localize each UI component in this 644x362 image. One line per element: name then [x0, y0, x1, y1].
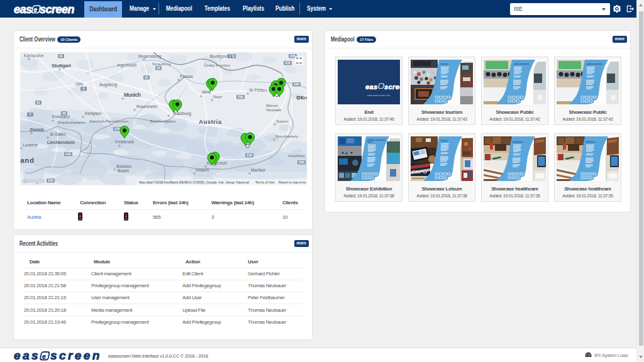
svg-text:Lucerne: Lucerne — [23, 143, 38, 147]
svg-text:St Gallen: St Gallen — [50, 132, 66, 136]
svg-text:eas: eas — [365, 83, 378, 90]
svg-text:public authorities: public authorities — [514, 63, 530, 65]
svg-text:Karlsruhe: Karlsruhe — [24, 53, 43, 58]
svg-text:Keszthely: Keszthely — [288, 154, 305, 158]
svg-text:e: e — [34, 6, 38, 13]
svg-text:Straubing: Straubing — [152, 62, 170, 66]
svg-text:E35: E35 — [48, 179, 53, 182]
svg-text:Budějovice: Budějovice — [210, 54, 233, 59]
svg-text:Terms of Use: Terms of Use — [255, 180, 275, 184]
svg-text:Maribor: Maribor — [251, 168, 266, 172]
svg-text:81: 81 — [59, 55, 63, 58]
svg-text:CKPO: CKPO — [411, 169, 427, 175]
svg-text:Berchtesgaden: Berchtesgaden — [150, 119, 175, 123]
svg-text:Zürich: Zürich — [30, 127, 44, 133]
svg-text:Regensburg: Regensburg — [138, 54, 161, 59]
svg-text:E65: E65 — [294, 83, 299, 86]
svg-text:Stuttgart: Stuttgart — [52, 63, 71, 69]
svg-text:Report a map error: Report a map error — [279, 180, 306, 184]
svg-text:7: 7 — [30, 113, 31, 116]
svg-text:e: e — [42, 353, 46, 360]
svg-text:Sopron: Sopron — [276, 119, 288, 123]
svg-text:E65: E65 — [290, 55, 296, 58]
svg-text:8: 8 — [83, 87, 85, 90]
svg-text:Innsbruck: Innsbruck — [115, 140, 135, 144]
svg-text:Ulm: Ulm — [75, 82, 83, 86]
svg-text:92: 92 — [145, 76, 148, 79]
svg-text:Kempten: Kempten — [85, 111, 101, 116]
svg-text:E43: E43 — [65, 153, 71, 156]
svg-text:93: 93 — [157, 67, 160, 70]
svg-text:healthcare: healthcare — [513, 141, 523, 143]
svg-text:Passau: Passau — [180, 74, 193, 79]
svg-text:Salzburg: Salzburg — [174, 111, 191, 116]
svg-text:leisure: leisure — [441, 140, 448, 142]
svg-text:Garmisch-Partenkirchen: Garmisch-Partenkirchen — [89, 119, 128, 123]
svg-text:screen: screen — [50, 351, 102, 361]
svg-text:Augsburg: Augsburg — [99, 82, 117, 87]
svg-text:Liechtenstein: Liechtenstein — [47, 140, 75, 145]
svg-text:Brat: Brat — [301, 96, 307, 100]
svg-text:Neustadt: Neustadt — [266, 108, 281, 112]
svg-text:Wiener: Wiener — [266, 104, 278, 107]
svg-text:screen: screen — [384, 83, 400, 90]
svg-text:Bozen: Bozen — [118, 168, 129, 173]
svg-text:eas: eas — [14, 4, 32, 16]
svg-text:E55: E55 — [285, 62, 291, 65]
svg-text:healthcare: healthcare — [586, 141, 596, 143]
svg-text:Česky Krumlov: Česky Krumlov — [204, 63, 230, 67]
svg-text:public authorities: public authorities — [587, 63, 602, 65]
svg-text:Austria: Austria — [199, 118, 222, 125]
svg-text:Friedrichshafen: Friedrichshafen — [58, 121, 86, 124]
svg-text:81: 81 — [36, 101, 40, 104]
svg-text:screen: screen — [40, 4, 75, 16]
svg-text:Bolzano: Bolzano — [116, 164, 131, 168]
svg-text:Google: Google — [23, 177, 45, 184]
svg-text:center: center — [367, 141, 373, 143]
svg-text:erland: erland — [20, 156, 34, 164]
svg-text:Villach: Villach — [196, 168, 209, 172]
svg-text:tourism: tourism — [441, 63, 448, 65]
svg-text:eas: eas — [14, 351, 40, 361]
svg-text:St Pölten: St Pölten — [249, 88, 267, 92]
svg-text:E59: E59 — [247, 154, 252, 157]
svg-text:Ingolstadt: Ingolstadt — [117, 63, 136, 68]
svg-text:E45: E45 — [114, 128, 120, 131]
svg-text:Konstanz: Konstanz — [52, 114, 70, 119]
svg-text:Wels: Wels — [202, 90, 211, 94]
svg-text:Munich: Munich — [124, 92, 141, 98]
svg-text:www.easescreen.com: www.easescreen.com — [367, 94, 391, 97]
svg-text:E60: E60 — [238, 96, 243, 99]
svg-text:Map data ©2018 GeoBasis-DE/BKG: Map data ©2018 GeoBasis-DE/BKG (©2009), … — [139, 180, 249, 184]
svg-text:Steyr: Steyr — [213, 95, 222, 99]
svg-text:Rosenheim: Rosenheim — [136, 104, 157, 109]
svg-text:E66: E66 — [299, 161, 304, 164]
svg-text:Szombathely: Szombathely — [275, 134, 298, 138]
